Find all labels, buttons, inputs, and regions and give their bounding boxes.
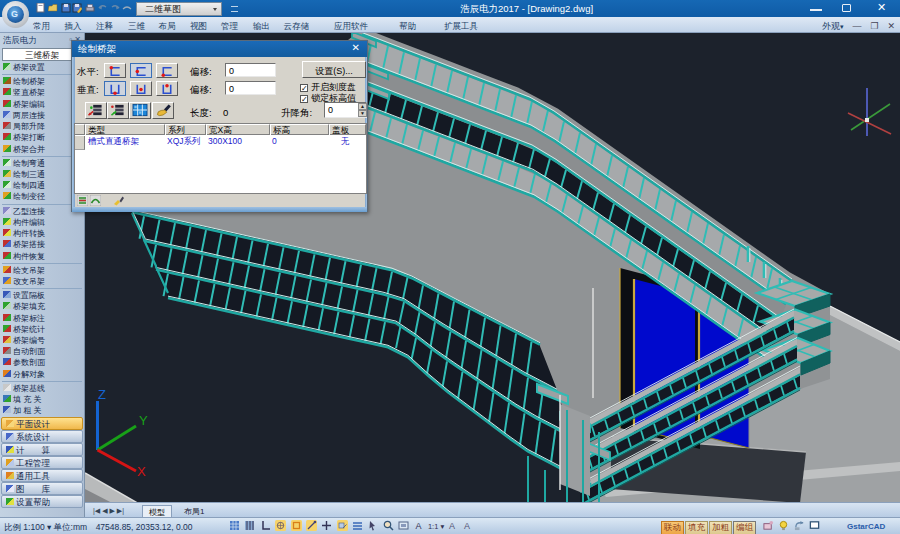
svg-text:A: A [464,521,470,531]
svg-text:Z: Z [98,387,106,402]
svg-text:Y: Y [139,413,148,428]
svg-text:A: A [415,521,421,531]
svg-text:X: X [137,464,146,479]
svg-text:A: A [449,521,455,531]
